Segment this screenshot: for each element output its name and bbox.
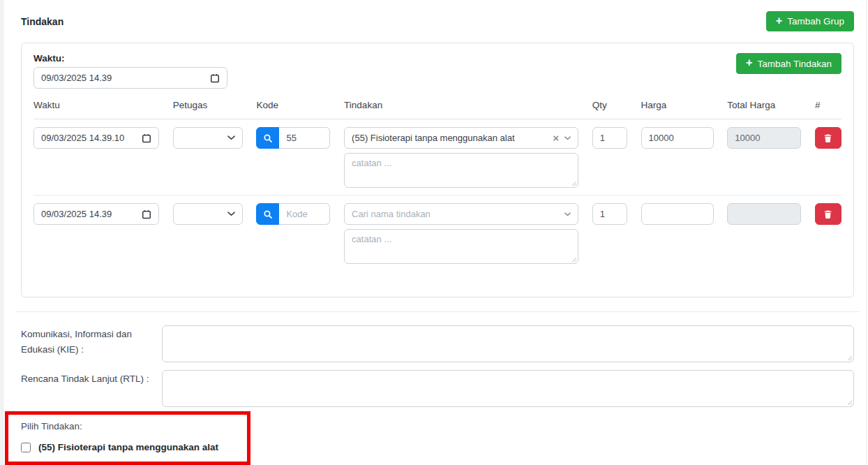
chevron-down-icon — [227, 212, 235, 216]
kode-input-group — [256, 203, 330, 225]
chevron-down-icon — [564, 212, 571, 216]
search-icon — [263, 209, 273, 219]
tindakan-option-row: (55) Fisioterapi tanpa menggunakan alat — [21, 442, 240, 452]
group-waktu-datetime-input[interactable]: 09/03/2025 14.39 — [33, 67, 227, 89]
row-waktu-datetime-input[interactable]: 09/03/2025 14.39 — [33, 203, 159, 225]
header-tindakan: Tindakan — [344, 100, 578, 110]
kie-field-row: Komunikasi, Informasi dan Edukasi (KIE) … — [21, 325, 854, 362]
kode-input-group — [256, 127, 330, 149]
row-catatan-textarea[interactable] — [344, 153, 578, 188]
plus-icon: + — [776, 15, 782, 27]
row-tindakan-value: (55) Fisioterapi tanpa menggunakan alat — [352, 133, 514, 143]
row-petugas-select[interactable] — [173, 203, 243, 225]
header-total-harga: Total Harga — [727, 100, 801, 110]
rtl-textarea[interactable] — [162, 370, 854, 407]
pilih-tindakan-label: Pilih Tindakan: — [21, 421, 240, 431]
plus-icon: + — [746, 57, 752, 68]
search-kode-button[interactable] — [256, 203, 279, 225]
tambah-grup-button[interactable]: + Tambah Grup — [766, 11, 854, 31]
row-harga-input[interactable] — [641, 203, 714, 225]
row-waktu-value: 09/03/2025 14.39.10 — [41, 133, 124, 143]
tindakan-option-label[interactable]: (55) Fisioterapi tanpa menggunakan alat — [38, 442, 218, 452]
kie-textarea[interactable] — [162, 325, 854, 362]
header-harga: Harga — [641, 100, 714, 110]
header-kode: Kode — [256, 100, 330, 110]
tindakan-option-checkbox[interactable] — [21, 443, 31, 452]
rtl-label: Rencana Tindak Lanjut (RTL) : — [21, 370, 152, 407]
row-catatan-textarea[interactable] — [344, 229, 578, 264]
rtl-field-row: Rencana Tindak Lanjut (RTL) : — [21, 370, 854, 407]
tambah-tindakan-button[interactable]: + Tambah Tindakan — [736, 53, 841, 74]
section-divider — [15, 311, 860, 312]
calendar-icon[interactable] — [210, 73, 220, 83]
trash-icon — [823, 133, 832, 143]
kie-label: Komunikasi, Informasi dan Edukasi (KIE) … — [21, 325, 152, 362]
row-kode-input[interactable] — [279, 203, 330, 225]
row-total-harga-input — [727, 127, 801, 149]
table-row: 09/03/2025 14.39 — [33, 195, 841, 271]
row-total-harga-input — [727, 203, 801, 225]
header-qty: Qty — [592, 100, 627, 110]
section-titlebar: Tindakan + Tambah Grup — [21, 0, 854, 31]
table-header-row: Waktu Petugas Kode Tindakan Qty Harga To… — [33, 100, 841, 119]
delete-row-button[interactable] — [815, 203, 841, 225]
search-kode-button[interactable] — [256, 127, 279, 149]
tambah-tindakan-label: Tambah Tindakan — [757, 59, 832, 69]
trash-icon — [823, 209, 832, 219]
page-left-edge — [0, 0, 3, 465]
tindakan-section: Tindakan + Tambah Grup Waktu: 09/03/2025… — [4, 0, 865, 465]
row-tindakan-select[interactable]: (55) Fisioterapi tanpa menggunakan alat … — [344, 127, 578, 149]
header-petugas: Petugas — [173, 100, 243, 110]
row-petugas-select[interactable] — [173, 127, 243, 149]
clear-icon[interactable]: × — [553, 133, 559, 143]
row-kode-input[interactable] — [279, 127, 330, 149]
table-row: 09/03/2025 14.39.10 — [33, 119, 841, 195]
header-actions: # — [815, 100, 841, 110]
delete-row-button[interactable] — [815, 127, 841, 149]
row-tindakan-placeholder: Cari nama tindakan — [352, 209, 431, 219]
calendar-icon[interactable] — [142, 133, 151, 143]
group-waktu-value: 09/03/2025 14.39 — [41, 73, 112, 83]
calendar-icon[interactable] — [142, 209, 151, 219]
tambah-grup-label: Tambah Grup — [787, 16, 844, 27]
row-qty-input[interactable] — [592, 203, 627, 225]
row-tindakan-select[interactable]: Cari nama tindakan — [344, 203, 578, 225]
tindakan-group-card: Waktu: 09/03/2025 14.39 + Tambah Tindaka… — [21, 43, 854, 297]
row-harga-input[interactable] — [641, 127, 714, 149]
group-waktu-label: Waktu: — [33, 53, 841, 64]
row-qty-input[interactable] — [592, 127, 627, 149]
search-icon — [263, 133, 273, 143]
header-waktu: Waktu — [33, 100, 159, 110]
highlight-annotation-box: Pilih Tindakan: (55) Fisioterapi tanpa m… — [5, 411, 250, 465]
page-title: Tindakan — [21, 16, 63, 27]
chevron-down-icon — [227, 135, 235, 140]
row-waktu-datetime-input[interactable]: 09/03/2025 14.39.10 — [33, 127, 159, 149]
row-waktu-value: 09/03/2025 14.39 — [41, 209, 112, 219]
chevron-down-icon — [564, 136, 571, 140]
